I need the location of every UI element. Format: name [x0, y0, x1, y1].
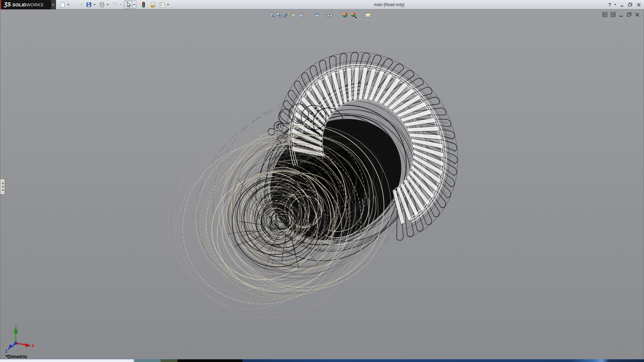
window-titlebar[interactable]: ƷS SOLIDWORKS [0, 0, 644, 9]
new-document-dropdown[interactable] [66, 1, 70, 9]
file-properties-icon [150, 2, 156, 8]
engine-model [0, 10, 644, 359]
help-dropdown[interactable] [614, 4, 616, 5]
traffic-light-icon [141, 2, 147, 8]
undo-button[interactable] [111, 1, 119, 9]
options-dropdown[interactable] [166, 1, 170, 9]
close-child-button[interactable] [635, 12, 640, 17]
logo-accent-strip [0, 0, 1, 9]
new-document-icon [60, 2, 66, 8]
save-dropdown[interactable] [93, 1, 96, 9]
view-settings-button[interactable] [364, 11, 372, 19]
select-tool-button[interactable] [124, 1, 132, 9]
save-floppy-icon [86, 2, 92, 8]
y-axis-glyph [14, 325, 17, 328]
zoom-to-area-button[interactable] [275, 11, 283, 19]
minimize-button[interactable] [619, 2, 625, 7]
brand-solid: SOLID [12, 2, 26, 7]
flyout-arrow-icon [2, 189, 3, 191]
status-strip [0, 359, 644, 362]
hide-show-items-button[interactable] [326, 11, 333, 19]
previous-view-button[interactable] [282, 11, 290, 19]
minimize-icon [620, 3, 624, 7]
print-dropdown[interactable] [106, 1, 109, 9]
view-orientation-button[interactable] [297, 11, 305, 19]
solidworks-window: ƷS SOLIDWORKS [0, 0, 644, 362]
zoom-to-fit-icon [269, 12, 275, 18]
graphics-area[interactable]: X Z *Dimetric [0, 10, 644, 359]
pane-arrow-right-icon [610, 12, 615, 17]
z-axis-label: Z [5, 349, 7, 354]
view-orientation-label: *Dimetric [5, 354, 28, 359]
pane-arrow-left-button[interactable] [602, 12, 607, 17]
child-window-controls [602, 12, 640, 17]
options-button[interactable] [158, 1, 166, 9]
menu-expand-arrow-icon[interactable] [51, 0, 56, 9]
close-child-icon [635, 12, 640, 17]
pane-arrow-right-button[interactable] [610, 12, 615, 17]
open-document-button[interactable] [72, 1, 79, 9]
checker-corner [354, 16, 357, 18]
document-title: main [Read-only] [357, 0, 421, 9]
view-settings-icon [364, 12, 372, 18]
flyout-arrow-icon [2, 182, 3, 184]
close-icon [637, 3, 641, 7]
open-document-dropdown[interactable] [79, 1, 83, 9]
x-axis-label: X [32, 344, 34, 348]
help-button[interactable]: ? [608, 2, 611, 7]
minimize-child-icon [619, 12, 624, 17]
restore-child-icon [627, 12, 632, 17]
apply-scene-icon [350, 12, 358, 18]
standard-toolbar [58, 1, 170, 9]
restore-icon [628, 2, 633, 7]
zoom-to-fit-button[interactable] [268, 11, 276, 19]
save-button[interactable] [85, 1, 93, 9]
print-icon [99, 2, 105, 8]
section-view-button[interactable] [290, 11, 297, 19]
undo-arrow-icon [112, 2, 118, 8]
appearance-ball-icon [342, 12, 348, 18]
open-folder-icon [73, 2, 79, 8]
feature-tree-flyout-tab[interactable] [0, 179, 5, 195]
select-cursor-icon [125, 2, 131, 8]
restore-child-button[interactable] [627, 12, 632, 17]
flyout-arrow-icon [2, 186, 3, 188]
close-button[interactable] [636, 2, 641, 7]
rebuild-button[interactable] [140, 1, 147, 9]
section-view-icon [290, 12, 297, 18]
pane-arrow-left-icon [602, 12, 607, 17]
solidworks-logo-glyph: ƷS [4, 2, 11, 8]
undo-dropdown[interactable] [119, 1, 122, 9]
select-tool-dropdown[interactable] [132, 1, 136, 9]
view-orientation-icon [298, 12, 304, 18]
eyeglasses-icon [326, 12, 333, 18]
orientation-triad: X Z [2, 324, 36, 355]
previous-view-icon [283, 12, 289, 18]
minimize-child-button[interactable] [619, 12, 624, 17]
engine-model-wrap [0, 10, 644, 359]
titlebar-controls: ? [608, 0, 641, 9]
zoom-to-area-icon [276, 12, 282, 18]
display-style-cube-icon [314, 12, 320, 18]
options-checklist-icon [159, 2, 165, 8]
edit-appearance-button[interactable] [341, 11, 349, 19]
new-document-button[interactable] [59, 1, 66, 9]
print-button[interactable] [98, 1, 106, 9]
brand-works: WORKS [26, 2, 43, 7]
file-properties-button[interactable] [149, 1, 157, 9]
solidworks-logo[interactable]: ƷS SOLIDWORKS [0, 0, 51, 9]
restore-button[interactable] [628, 2, 633, 7]
display-style-button[interactable] [313, 11, 321, 19]
apply-scene-button[interactable] [350, 11, 358, 19]
